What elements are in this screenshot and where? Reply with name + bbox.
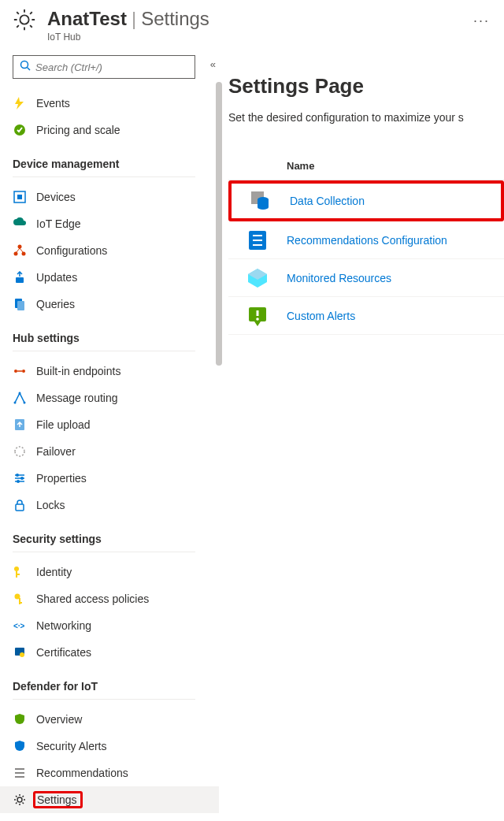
sidebar-item-label: Devices (36, 191, 76, 203)
sidebar-section-title: Security settings (13, 533, 222, 545)
setting-link[interactable]: Monitored Resources (287, 272, 391, 284)
sidebar-item-routing[interactable]: Message routing (13, 384, 222, 411)
sidebar-item-queries[interactable]: Queries (13, 291, 222, 318)
sidebar-item-overview[interactable]: Overview (13, 706, 222, 733)
sidebar-item-fileupload[interactable]: File upload (13, 411, 222, 438)
setting-row-monitored[interactable]: Monitored Resources (228, 259, 504, 297)
page-header: AnatTest | Settings IoT Hub ··· (0, 0, 504, 47)
page-title-main: AnatTest (47, 8, 127, 30)
devices-icon (13, 191, 27, 203)
sidebar-item-identity[interactable]: Identity (13, 559, 222, 585)
sidebar-item-label: Properties (36, 472, 87, 485)
sidebar-item-label: Networking (36, 619, 91, 632)
settings-icon (13, 793, 27, 806)
gear-icon (13, 8, 36, 35)
datacollection-icon (232, 190, 290, 212)
search-icon (20, 60, 31, 74)
sidebar-item-label: Pricing and scale (36, 124, 120, 136)
sidebar-item-properties[interactable]: Properties (13, 465, 222, 492)
sidebar-item-label: Failover (36, 445, 76, 458)
sidebar-item-label: File upload (36, 418, 91, 431)
sidebar-item-label: Queries (36, 298, 75, 310)
sidebar-item-label: Settings (37, 793, 77, 806)
configurations-icon (13, 244, 27, 257)
sidebar-item-label: Locks (36, 499, 65, 511)
sidebar-item-devices[interactable]: Devices (13, 184, 222, 210)
sidebar-scrollbar[interactable] (216, 82, 222, 366)
settings-heading: Settings Page (228, 74, 504, 98)
sidebar-item-label: Certificates (36, 646, 91, 659)
events-icon (13, 97, 27, 110)
search-input[interactable] (35, 61, 188, 73)
monitored-icon (228, 267, 287, 289)
setting-link[interactable]: Data Collection (290, 195, 365, 207)
queries-icon (13, 298, 27, 310)
sidebar-item-networking[interactable]: Networking (13, 612, 222, 639)
failover-icon (13, 445, 27, 458)
recconfig-icon (228, 229, 287, 251)
certificates-icon (13, 646, 27, 659)
collapse-sidebar-button[interactable]: « (210, 58, 216, 70)
sidebar-item-locks[interactable]: Locks (13, 492, 222, 518)
recommendations-icon (13, 767, 27, 779)
setting-row-customalerts[interactable]: Custom Alerts (228, 297, 504, 335)
sidebar-item-label: Identity (36, 566, 72, 578)
endpoints-icon (13, 365, 27, 377)
settings-description: Set the desired configuration to maximiz… (228, 111, 504, 124)
sharedaccess-icon (13, 593, 27, 605)
sidebar: « Events Pricing and scale Device manage… (0, 47, 222, 821)
sidebar-item-iotedge[interactable]: IoT Edge (13, 210, 222, 237)
sidebar-item-settings[interactable]: Settings (0, 786, 219, 813)
more-actions-button[interactable]: ··· (473, 8, 493, 29)
sidebar-section-title: Hub settings (13, 332, 222, 344)
sidebar-item-sharedaccess[interactable]: Shared access policies (13, 585, 222, 612)
sidebar-item-label: IoT Edge (36, 217, 81, 230)
page-subtitle: IoT Hub (47, 32, 209, 43)
column-header-name: Name (228, 160, 504, 180)
sidebar-section-title: Defender for IoT (13, 680, 222, 693)
sidebar-item-label: Updates (36, 271, 77, 284)
setting-link[interactable]: Recommendations Configuration (287, 234, 447, 247)
sidebar-item-securityalerts[interactable]: Security Alerts (13, 733, 222, 760)
sidebar-item-label: Security Alerts (36, 740, 106, 752)
sidebar-item-label: Events (36, 97, 70, 110)
sidebar-item-label: Message routing (36, 392, 118, 404)
sidebar-item-label: Overview (36, 713, 82, 726)
sidebar-item-label: Recommendations (36, 767, 128, 779)
fileupload-icon (13, 418, 27, 431)
setting-row-recconfig[interactable]: Recommendations Configuration (228, 221, 504, 259)
networking-icon (13, 619, 27, 632)
sidebar-item-failover[interactable]: Failover (13, 438, 222, 465)
page-title-separator: | (132, 8, 136, 30)
setting-link[interactable]: Custom Alerts (287, 310, 355, 322)
updates-icon (13, 271, 27, 284)
sidebar-item-configurations[interactable]: Configurations (13, 237, 222, 264)
sidebar-item-label: Configurations (36, 244, 107, 257)
sidebar-item-label: Built-in endpoints (36, 365, 120, 377)
search-input-wrapper[interactable] (13, 55, 195, 79)
securityalerts-icon (13, 740, 27, 752)
sidebar-item-pricing[interactable]: Pricing and scale (13, 117, 222, 143)
identity-icon (13, 566, 27, 578)
page-title-sub: Settings (141, 8, 209, 30)
properties-icon (13, 472, 27, 485)
sidebar-section-title: Device management (13, 158, 222, 170)
sidebar-item-label: Shared access policies (36, 593, 149, 605)
overview-icon (13, 713, 27, 726)
pricing-icon (13, 124, 27, 136)
locks-icon (13, 499, 27, 511)
sidebar-item-events[interactable]: Events (13, 90, 222, 117)
sidebar-item-updates[interactable]: Updates (13, 264, 222, 291)
sidebar-item-recommendations[interactable]: Recommendations (13, 760, 222, 786)
main-content: Settings Page Set the desired configurat… (222, 47, 504, 821)
sidebar-item-certificates[interactable]: Certificates (13, 639, 222, 666)
customalerts-icon (228, 305, 287, 327)
setting-row-datacollection[interactable]: Data Collection (228, 180, 504, 221)
sidebar-item-endpoints[interactable]: Built-in endpoints (13, 358, 222, 384)
iotedge-icon (13, 217, 27, 230)
routing-icon (13, 392, 27, 404)
